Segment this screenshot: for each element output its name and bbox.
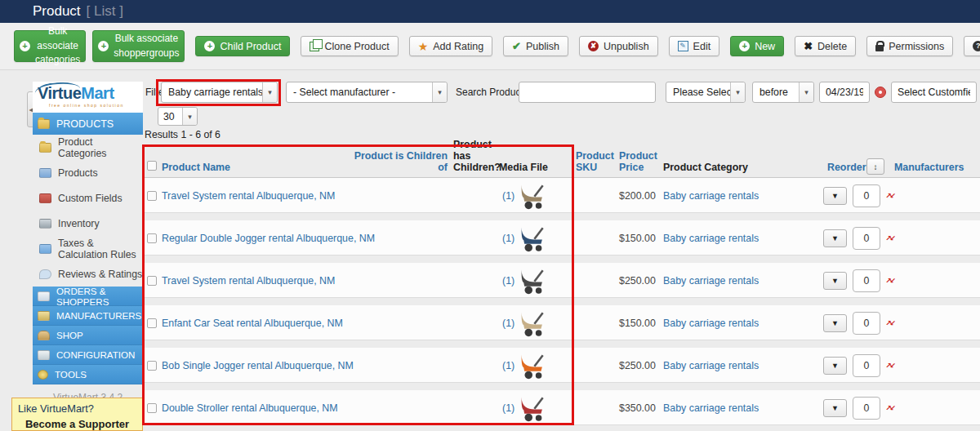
row-checkbox[interactable] [147,318,157,328]
reorder-input[interactable] [853,269,880,292]
column-header-children-of[interactable]: Product is Children of [343,150,448,173]
row-checkbox[interactable] [147,233,157,243]
date-input[interactable] [819,82,870,103]
product-name-link[interactable]: Enfant Car Seat rental Albuquerque, NM [162,318,343,329]
delete-button[interactable]: ✖ Delete [795,36,856,56]
page-title-bar: Product [ List ] [0,0,980,23]
unpublish-button[interactable]: ✘ Unpublish [579,36,658,56]
product-name-link[interactable]: Double Stroller rental Albuquerque, NM [162,402,338,414]
chevron-down-icon: ▼ [831,319,839,327]
column-header-product-price[interactable]: Product Price [619,150,660,173]
column-header-product-name[interactable]: Product Name [162,162,230,173]
status-select[interactable]: Please Select ▾ [666,82,746,103]
reorder-input[interactable] [853,184,880,207]
reorder-dropdown-button[interactable]: ▼ [823,314,847,332]
reorder-dropdown-button[interactable]: ▼ [823,272,847,290]
product-category-link[interactable]: Baby carriage rentals [663,402,759,414]
reorder-input[interactable] [853,397,880,420]
column-header-reorder[interactable]: Reorder [827,162,866,173]
edit-button[interactable]: ✎ Edit [669,36,720,56]
sidebar-item-products-active[interactable]: PRODUCTS [33,113,143,135]
reorder-sort-button[interactable]: ↕ [866,158,884,175]
new-button[interactable]: + New [730,36,784,56]
product-category-link[interactable]: Baby carriage rentals [663,318,759,329]
row-checkbox[interactable] [147,191,157,201]
reorder-input[interactable] [853,354,880,377]
clone-product-button[interactable]: Clone Product [301,36,398,56]
product-name-link[interactable]: Travel System rental Albuquerque, NM [162,190,335,202]
question-circle-icon: ? [973,41,980,51]
permissions-button[interactable]: Permissions [866,36,953,56]
media-count-link[interactable]: (1) [502,318,514,329]
bulk-associate-shoppergroups-button[interactable]: + Bulk associate shoppergroups [92,30,185,62]
product-name-link[interactable]: Regular Double Jogger rental Albuquerque… [162,233,375,244]
red-move-arrows-icon[interactable]: ↗↙ [885,234,894,242]
supporter-promo-box[interactable]: Like VirtueMart? Become a Supporter [11,398,143,431]
promo-line1: Like VirtueMart? [18,402,136,415]
column-header-product-sku[interactable]: Product SKU [576,150,617,173]
product-thumbnail [517,392,548,424]
chevron-down-icon: ▾ [730,82,745,102]
media-count-link[interactable]: (1) [502,360,514,371]
product-category-link[interactable]: Baby carriage rentals [663,275,759,287]
sidebar-item-taxes[interactable]: Taxes & Calculation Rules [33,236,143,261]
media-count-link[interactable]: (1) [502,190,514,202]
row-checkbox[interactable] [147,276,157,286]
add-rating-button[interactable]: ★ Add Rating [409,36,492,56]
reorder-dropdown-button[interactable]: ▼ [823,357,847,375]
category-filter-select[interactable]: Baby carriage rentals ▾ [161,82,278,103]
publish-button[interactable]: ✔ Publish [503,36,568,56]
row-checkbox[interactable] [147,403,157,413]
sidebar-item-custom-fields[interactable]: Custom Fields [33,185,143,211]
row-checkbox[interactable] [147,361,157,371]
sidebar-item-products[interactable]: Products [33,160,143,185]
sidebar-item-product-categories[interactable]: Product Categories [33,135,143,160]
become-supporter-link[interactable]: Become a Supporter [18,418,136,430]
product-name-link[interactable]: Travel System rental Albuquerque, NM [162,275,335,287]
media-count-link[interactable]: (1) [502,402,514,414]
red-move-arrows-icon[interactable]: ↗↙ [885,319,894,327]
manufacturer-filter-select[interactable]: - Select manufacturer - ▾ [286,82,448,103]
new-label: New [755,41,775,52]
product-name-link[interactable]: Bob Single Jogger rental Albuquerque, NM [162,360,354,371]
help-button[interactable]: ? Help [964,36,980,56]
table-header: Product Name Product is Children of Prod… [143,139,980,178]
date-operator-select[interactable]: before ▾ [752,82,814,103]
per-page-select[interactable]: 30 ▾ [158,107,198,126]
sidebar-section-tools[interactable]: TOOLS [33,365,143,384]
child-product-button[interactable]: + Child Product [195,36,290,56]
sidebar-section-shop[interactable]: SHOP [33,326,143,345]
red-move-arrows-icon[interactable]: ↗↙ [885,192,894,200]
media-count-link[interactable]: (1) [502,233,514,244]
red-move-arrows-icon[interactable]: ↗↙ [885,277,894,285]
search-product-label: Search Product [456,87,523,98]
reorder-dropdown-button[interactable]: ▼ [823,187,847,205]
reorder-dropdown-button[interactable]: ▼ [823,399,847,417]
red-move-arrows-icon[interactable]: ↗↙ [885,362,894,370]
sidebar-item-reviews-ratings[interactable]: Reviews & Ratings [33,261,143,287]
red-move-arrows-icon[interactable]: ↗↙ [885,404,894,412]
table-row: Enfant Car Seat rental Albuquerque, NM (… [143,305,980,340]
product-category-link[interactable]: Baby carriage rentals [663,233,759,244]
calendar-icon[interactable] [875,87,886,98]
sidebar-section-configuration[interactable]: CONFIGURATION [33,345,143,365]
media-count-link[interactable]: (1) [502,275,514,287]
product-category-link[interactable]: Baby carriage rentals [663,360,759,371]
bulk-associate-categories-button[interactable]: + Bulk associate categories [14,30,86,62]
customfield-select-input[interactable] [891,82,977,103]
logo-text-mart: Mart [81,84,114,102]
clone-product-label: Clone Product [324,41,389,52]
reorder-input[interactable] [853,312,880,335]
sidebar-section-manufacturers[interactable]: MANUFACTURERS [33,306,143,326]
sidebar-section-orders-shoppers[interactable]: ORDERS & SHOPPERS [33,287,143,306]
column-header-media-file: Media File [499,162,556,173]
product-category-link[interactable]: Baby carriage rentals [663,190,759,202]
sidebar-item-inventory[interactable]: Inventory [33,211,143,236]
reorder-input[interactable] [853,227,880,250]
select-all-checkbox[interactable] [147,161,157,171]
chevron-down-icon: ▼ [831,404,839,412]
reorder-dropdown-button[interactable]: ▼ [823,229,847,247]
check-icon: ✔ [512,40,521,52]
column-header-manufacturers[interactable]: Manufacturers [894,162,964,173]
search-product-input[interactable] [519,82,656,103]
